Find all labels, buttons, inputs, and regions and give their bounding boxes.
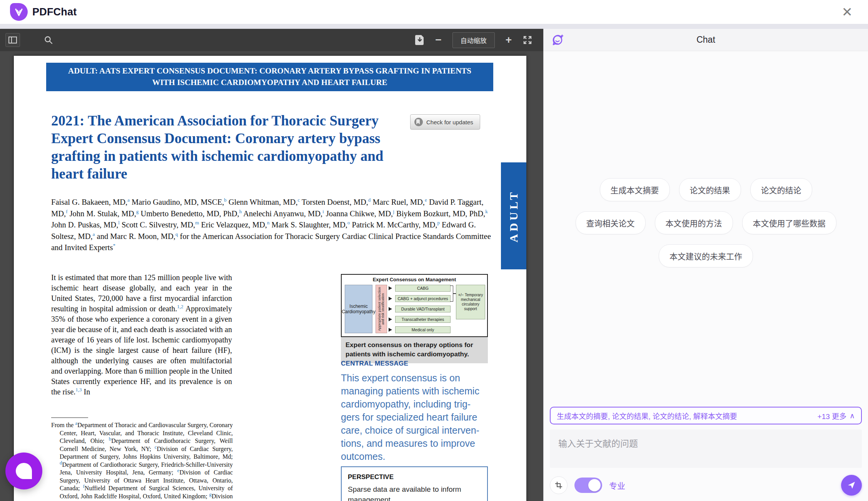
zoom-in-button[interactable]: + (506, 35, 512, 45)
close-icon[interactable]: ✕ (842, 5, 853, 18)
zoom-level-select[interactable]: 自动缩放 (452, 32, 495, 48)
prompt-suggestions-text: 生成本文的摘要, 论文的结果, 论文的结论, 解释本文摘要 (557, 411, 737, 421)
crossmark-icon (414, 118, 423, 126)
author-list: Faisal G. Bakaeen, MD,a Mario Gaudino, M… (51, 197, 494, 254)
search-button[interactable] (44, 35, 53, 45)
figure-connector (453, 293, 456, 294)
adult-side-tab: ADULT (501, 162, 526, 269)
send-icon (847, 481, 856, 490)
banner-line: WITH ISCHEMIC CARDIOMYOPATHY AND HEART F… (48, 77, 492, 88)
download-button[interactable] (415, 35, 424, 45)
search-icon (44, 35, 53, 45)
chevron-up-icon: ∧ (850, 411, 855, 420)
chat-panel: Chat 生成本文摘要论文的结果论文的结论查询相关论文本文使用的方法本文使用了哪… (543, 29, 868, 501)
paper-title: 2021: The American Association for Thora… (51, 112, 405, 183)
arrow-right-icon (389, 317, 394, 321)
app-title: PDFChat (32, 6, 77, 18)
figure-option-box: Medical only (395, 326, 451, 333)
pdf-canvas[interactable]: ADULT: AATS EXPERT CONSENSUS DOCUMENT: C… (0, 51, 543, 501)
pdf-toolbar: − 自动缩放 + (0, 29, 543, 51)
suggestion-chip[interactable]: 本文建议的未来工作 (659, 244, 753, 267)
affiliations-footnote: From the aDepartment of Thoracic and Car… (51, 421, 233, 501)
figure-options: CABGCABG + adjunct proceduresDurable VAD… (389, 285, 451, 333)
figure-option-box: CABG (395, 285, 451, 292)
app-window: PDFChat ✕ (0, 0, 868, 501)
figure-option-box: CABG + adjunct procedures (395, 295, 451, 302)
pdf-viewer: − 自动缩放 + (0, 29, 543, 501)
pdfchat-logo-icon (10, 3, 28, 21)
check-for-updates-badge[interactable]: Check for updates (410, 114, 480, 130)
figure-option-box: Durable VAD/Transplant (395, 306, 451, 312)
arrow-right-icon (389, 328, 394, 332)
chat-footer: 生成本文的摘要, 论文的结果, 论文的结论, 解释本文摘要 +13 更多 ∧ (544, 407, 868, 501)
central-message-body: This expert consensus is onmanaging pati… (341, 371, 488, 463)
app-header: PDFChat ✕ (0, 0, 868, 24)
figure-selection-box: Appropriate patient selection and risk s… (376, 285, 387, 333)
figure-title: Expert Consensus on Management (342, 277, 487, 282)
send-button[interactable] (841, 475, 862, 496)
fullscreen-icon (522, 35, 532, 45)
header-divider (0, 24, 868, 29)
suggestion-chip[interactable]: 论文的结论 (750, 178, 812, 201)
arrow-right-icon (389, 286, 394, 290)
suggestion-chip[interactable]: 查询相关论文 (576, 211, 646, 234)
arrow-right-icon (389, 307, 394, 311)
banner-line: ADULT: AATS EXPERT CONSENSUS DOCUMENT: C… (48, 65, 492, 77)
figure-caption: Expert consensus on therapy options for … (341, 337, 488, 363)
pro-mode-label: 专业 (609, 479, 625, 491)
question-input[interactable] (550, 429, 862, 468)
sidebar-panes-icon (8, 37, 17, 43)
screenshot-crop-button[interactable] (550, 476, 568, 494)
zoom-out-button[interactable]: − (435, 35, 441, 45)
article-banner: ADULT: AATS EXPERT CONSENSUS DOCUMENT: C… (46, 63, 493, 91)
figure-option-box: Transcatheter therapies (395, 316, 451, 323)
check-for-updates-label: Check for updates (426, 119, 473, 125)
chat-bubble-icon (16, 463, 32, 479)
perspective-body: Sparse data are available to inform mana… (348, 484, 481, 501)
sidebar-toggle-button[interactable] (5, 33, 20, 47)
central-message-heading: CENTRAL MESSAGE (341, 360, 488, 367)
floating-chat-bubble-button[interactable] (5, 453, 42, 489)
more-suggestions-button[interactable]: +13 更多 ∧ (818, 411, 855, 421)
fullscreen-button[interactable] (522, 35, 532, 45)
arrow-right-icon (389, 297, 394, 301)
chat-title: Chat (544, 35, 868, 45)
pdf-page: ADULT: AATS EXPERT CONSENSUS DOCUMENT: C… (14, 56, 526, 501)
figure-bracket (450, 286, 453, 302)
intro-paragraph: It is estimated that more than 125 milli… (51, 272, 232, 397)
suggestion-chips: 生成本文摘要论文的结果论文的结论查询相关论文本文使用的方法本文使用了哪些数据本文… (544, 178, 868, 267)
perspective-box: PERSPECTIVE Sparse data are available to… (341, 466, 488, 501)
pro-mode-toggle[interactable] (574, 478, 602, 493)
more-count-label: +13 更多 (818, 411, 847, 421)
figure-mcs-box: +/− Temporary mechanical circulatory sup… (456, 285, 485, 319)
consensus-figure: Expert Consensus on Management Ischemic … (341, 274, 488, 337)
perspective-heading: PERSPECTIVE (348, 473, 481, 481)
download-icon (415, 35, 424, 45)
footnote-rule (51, 418, 88, 418)
suggestion-chip[interactable]: 论文的结果 (679, 178, 741, 201)
suggestion-chip[interactable]: 生成本文摘要 (600, 178, 670, 201)
suggestion-chip[interactable]: 本文使用的方法 (655, 211, 733, 234)
chat-header: Chat (544, 29, 868, 51)
chat-body: 生成本文摘要论文的结果论文的结论查询相关论文本文使用的方法本文使用了哪些数据本文… (544, 51, 868, 407)
suggestion-chip[interactable]: 本文使用了哪些数据 (742, 211, 836, 234)
toggle-knob (588, 479, 601, 491)
crop-icon (555, 481, 563, 489)
logo-v-glyph (13, 6, 25, 18)
figure-ischemic-box: Ischemic Cardiomyopathy (345, 285, 372, 333)
prompt-suggestions-bar[interactable]: 生成本文的摘要, 论文的结果, 论文的结论, 解释本文摘要 +13 更多 ∧ (550, 407, 862, 424)
